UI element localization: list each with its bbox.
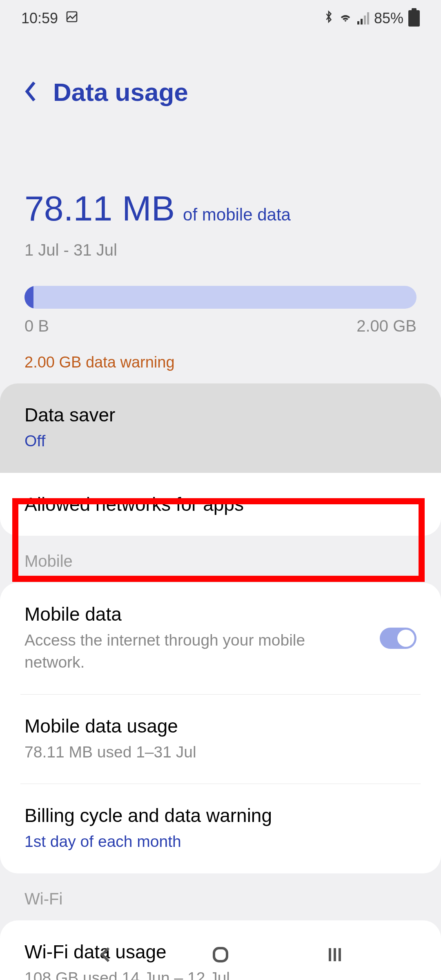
- mobile-data-usage-title: Mobile data usage: [24, 715, 416, 737]
- section-mobile: Mobile: [0, 536, 441, 583]
- data-saver-status: Off: [24, 430, 416, 452]
- usage-amount: 78.11 MB: [24, 188, 175, 229]
- home-icon: [211, 945, 230, 964]
- mobile-data-row[interactable]: Mobile data Access the internet through …: [0, 583, 441, 694]
- mobile-data-toggle[interactable]: [380, 628, 416, 649]
- mobile-data-title: Mobile data: [24, 603, 363, 625]
- usage-progress[interactable]: 0 B 2.00 GB: [0, 276, 441, 335]
- billing-cycle-title: Billing cycle and data warning: [24, 804, 416, 826]
- battery-icon: [408, 10, 420, 27]
- wifi-icon: [339, 10, 352, 27]
- toggle-knob: [397, 630, 414, 647]
- billing-cycle-row[interactable]: Billing cycle and data warning 1st day o…: [0, 784, 441, 873]
- page-header: Data usage: [0, 37, 441, 131]
- data-saver-row[interactable]: Data saver Off: [0, 383, 441, 473]
- progress-min-label: 0 B: [24, 317, 49, 335]
- data-saver-title: Data saver: [24, 404, 416, 426]
- nav-recents[interactable]: [325, 945, 345, 966]
- progress-bar-track: [24, 286, 416, 309]
- mobile-data-usage-sub: 78.11 MB used 1–31 Jul: [24, 741, 416, 764]
- signal-icon: [357, 12, 369, 24]
- usage-of-text: of mobile data: [183, 205, 291, 225]
- progress-bar-fill: [24, 286, 33, 309]
- chevron-left-icon: [96, 945, 116, 964]
- svg-rect-1: [214, 948, 227, 961]
- status-bar: 10:59 85%: [0, 0, 441, 37]
- usage-summary: 78.11 MB of mobile data 1 Jul - 31 Jul: [0, 131, 441, 276]
- billing-cycle-sub: 1st day of each month: [24, 831, 416, 853]
- progress-max-label: 2.00 GB: [356, 317, 416, 335]
- mobile-data-usage-row[interactable]: Mobile data usage 78.11 MB used 1–31 Jul: [0, 695, 441, 784]
- svg-rect-0: [67, 12, 77, 22]
- battery-percent: 85%: [374, 10, 403, 27]
- allowed-networks-title: Allowed networks for apps: [24, 493, 416, 515]
- allowed-networks-row[interactable]: Allowed networks for apps: [0, 473, 441, 536]
- usage-date-range: 1 Jul - 31 Jul: [24, 241, 416, 259]
- mobile-data-sub: Access the internet through your mobile …: [24, 629, 363, 674]
- chevron-left-icon: [24, 81, 37, 102]
- bluetooth-icon: [324, 9, 334, 28]
- page-title: Data usage: [53, 78, 188, 107]
- nav-back[interactable]: [96, 945, 116, 966]
- data-warning-text: 2.00 GB data warning: [0, 335, 441, 383]
- navigation-bar: [0, 931, 441, 980]
- section-wifi: Wi-Fi: [0, 873, 441, 920]
- recents-icon: [325, 945, 345, 964]
- status-time: 10:59: [21, 10, 58, 27]
- back-button[interactable]: [24, 81, 37, 103]
- nav-home[interactable]: [211, 945, 230, 966]
- gallery-icon: [65, 10, 78, 27]
